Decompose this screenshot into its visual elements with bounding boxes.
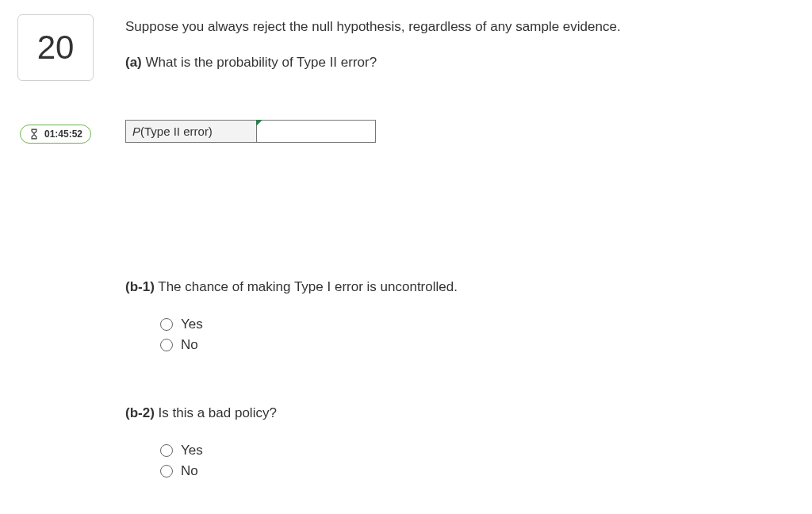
question-content: Suppose you always reject the null hypot… <box>111 0 812 514</box>
b1-option-yes[interactable]: Yes <box>160 316 796 332</box>
label-rest: (Type II error) <box>140 125 213 138</box>
part-a-label: (a) <box>125 55 142 70</box>
part-b2-label: (b-2) <box>125 405 155 420</box>
table-row: P(Type II error) <box>126 121 376 143</box>
b2-options: Yes No <box>125 443 796 479</box>
option-label: No <box>181 337 198 353</box>
answer-cell <box>257 121 376 143</box>
b2-option-no[interactable]: No <box>160 463 796 479</box>
part-b1-label: (b-1) <box>125 279 155 294</box>
radio-icon <box>160 318 173 331</box>
radio-icon <box>160 339 173 351</box>
label-italic: P <box>132 125 140 138</box>
answer-row-label: P(Type II error) <box>126 121 257 143</box>
hourglass-icon <box>29 128 40 140</box>
timer-pill: 01:45:52 <box>20 125 91 144</box>
part-b2: (b-2) Is this a bad policy? <box>125 404 796 424</box>
question-number-box: 20 <box>17 14 94 81</box>
question-intro: Suppose you always reject the null hypot… <box>125 17 796 37</box>
part-a-text: What is the probability of Type II error… <box>142 55 377 70</box>
answer-table: P(Type II error) <box>125 120 376 143</box>
question-number: 20 <box>37 29 75 67</box>
radio-icon <box>160 465 173 478</box>
part-b1-text: The chance of making Type I error is unc… <box>155 279 458 294</box>
part-b2-text: Is this a bad policy? <box>155 405 277 420</box>
b1-options: Yes No <box>125 316 796 353</box>
part-a: (a) What is the probability of Type II e… <box>125 53 796 73</box>
radio-icon <box>160 444 173 457</box>
type-ii-error-input[interactable] <box>257 121 375 142</box>
part-b1: (b-1) The chance of making Type I error … <box>125 278 796 297</box>
timer-value: 01:45:52 <box>44 128 82 140</box>
b2-option-yes[interactable]: Yes <box>160 443 796 458</box>
option-label: Yes <box>181 443 203 458</box>
sidebar: 20 01:45:52 <box>0 0 111 514</box>
option-label: Yes <box>181 316 203 332</box>
b1-option-no[interactable]: No <box>160 337 796 353</box>
option-label: No <box>181 463 198 479</box>
